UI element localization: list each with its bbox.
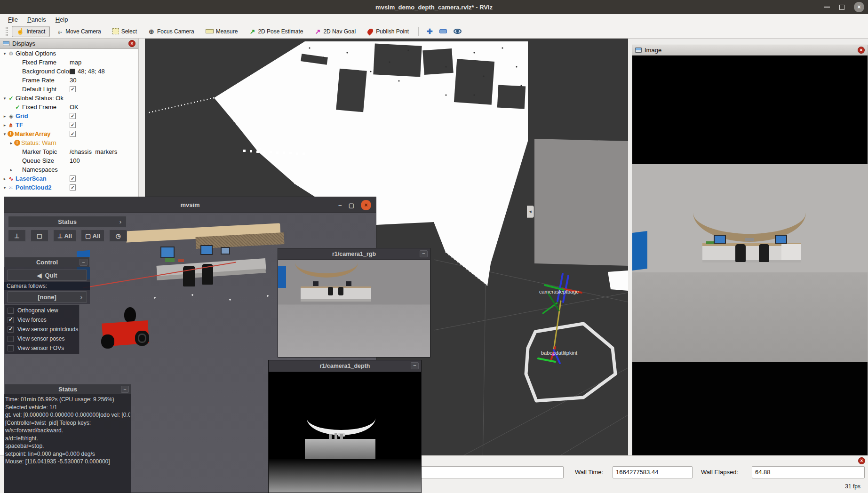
enabled-checkbox[interactable] [70,131,76,137]
display-tree-row[interactable]: ▸ ∿ LaserScan [0,174,138,183]
toolbar-button[interactable]: ↔ Move Camera [52,26,105,37]
display-tree-row[interactable]: Fixed Frame map [0,58,138,67]
view-option-row[interactable]: View sensor pointclouds [5,325,79,334]
rgb-minimize-icon[interactable]: − [420,250,428,257]
image-panel-close-icon[interactable]: × [858,47,865,54]
mvsim-minimize-icon[interactable]: − [338,202,342,209]
camera1-rgb-window[interactable]: r1/camera1_rgb − [278,248,430,358]
enabled-checkbox[interactable] [70,86,76,92]
displays-close-icon[interactable]: × [128,40,135,47]
mvsim-dock-button[interactable]: ▢ All [81,230,104,242]
display-row-value [70,113,78,119]
toolbar-button[interactable]: ⊕ Focus Camera [143,26,199,37]
wall-time-field[interactable]: 1664277583.44 [613,466,693,478]
expander-icon[interactable]: ▸ [8,141,14,145]
display-tree-row[interactable]: Background Color 48; 48; 48 [0,67,138,76]
toolbar-button[interactable]: ☝ Interact [12,26,50,37]
depth-window-titlebar[interactable]: r1/camera1_depth − [269,360,421,372]
camera1-depth-window[interactable]: r1/camera1_depth − [268,360,422,493]
expander-icon[interactable]: ▾ [2,96,8,101]
view-option-row[interactable]: View sensor poses [5,334,79,343]
view-option-checkbox[interactable] [8,345,14,351]
status-panel-header[interactable]: Status − [4,384,131,394]
enabled-checkbox[interactable] [70,184,76,191]
color-swatch[interactable] [70,69,75,74]
toolbar-button[interactable]: Select [108,26,142,37]
expander-icon[interactable]: ▸ [2,176,8,181]
mvsim-dock-button[interactable]: ⊥ [8,230,26,242]
expander-icon[interactable]: ▾ [2,132,8,136]
enabled-checkbox[interactable] [70,122,76,128]
image-panel-title: Image [645,47,661,54]
menu-item[interactable]: Help [51,16,72,24]
display-tree-row[interactable]: ▸ Namespaces [0,165,138,174]
minimize-icon[interactable] [824,7,830,8]
mvsim-status-menu-button[interactable]: Status › [8,216,127,228]
view-option-row[interactable]: Orthogonal view [5,306,79,315]
toolbar-extra-icon[interactable] [439,29,447,33]
view-option-checkbox[interactable] [8,317,14,323]
toolbar-button[interactable]: Measure [201,26,243,37]
toolbar-button[interactable]: ↗ 2D Pose Estimate [244,26,308,37]
menu-item[interactable]: Panels [23,16,50,24]
mvsim-dock-button[interactable]: ▢ [31,230,48,242]
right-splitter[interactable] [628,39,632,465]
display-tree-row[interactable]: ▾ ⁙ PointCloud2 [0,183,138,192]
panel-collapse-tab[interactable]: ◀ [527,206,534,218]
mvsim-close-icon[interactable]: × [361,200,371,210]
enabled-checkbox[interactable] [70,113,76,119]
toolbar-button[interactable]: Publish Point [362,26,414,37]
wall-elapsed-field[interactable]: 64.88 [752,466,865,478]
display-tree-row[interactable]: ▸ ⋔ TF [0,120,138,129]
displays-panel-header[interactable]: Displays × [0,39,138,49]
mvsim-maximize-icon[interactable]: ▢ [349,202,354,209]
toolbar-button[interactable]: ↗ 2D Nav Goal [310,26,360,37]
display-tree-row[interactable]: Queue Size 100 [0,156,138,165]
view-option-row[interactable]: View forces [5,315,79,325]
display-tree-row[interactable]: Marker Topic /chassis_markers [0,147,138,156]
mvsim-dock-button[interactable]: ⊥ All [53,230,76,242]
display-value-text[interactable]: /chassis_markers [70,148,117,155]
camera-follows-dropdown[interactable]: [none] › [7,291,87,303]
display-tree-row[interactable]: ▾ ⚙ Global Options [0,49,138,58]
display-tree-row[interactable]: ▾ ! MarkerArray [0,129,138,138]
mvsim-dock-button[interactable]: ◷ [109,230,127,242]
toolbar-drag-handle[interactable] [6,27,8,36]
menu-item[interactable]: File [4,16,22,24]
enabled-checkbox[interactable] [70,175,76,182]
close-icon[interactable]: × [854,2,864,12]
toolbar-extra-icon[interactable] [454,29,462,34]
expander-icon[interactable]: ▾ [2,185,8,190]
display-value-text[interactable]: 48; 48; 48 [78,68,105,75]
expander-icon[interactable]: ▸ [2,123,8,127]
control-panel-header[interactable]: Control − [4,257,90,267]
status-minimize-icon[interactable]: − [121,386,129,393]
view-option-checkbox[interactable] [8,326,14,333]
expander-icon[interactable]: ▸ [2,114,8,119]
quit-button[interactable]: ◀ Quit [7,270,87,281]
display-value-text[interactable]: OK [70,103,79,111]
display-tree-row[interactable]: ▾ ✓ Global Status: Ok [0,94,138,103]
display-tree-row[interactable]: Default Light [0,85,138,94]
display-tree-row[interactable]: Frame Rate 30 [0,76,138,85]
view-option-checkbox[interactable] [8,308,14,314]
window-titlebar[interactable]: mvsim_demo_depth_camera.rviz* - RViz × [0,0,868,14]
display-tree-row[interactable]: ✓ Fixed Frame OK [0,103,138,111]
view-option-row[interactable]: View sensor FOVs [5,343,79,353]
display-value-text[interactable]: 30 [70,77,76,84]
time-panel-close-icon[interactable]: × [858,457,865,464]
maximize-icon[interactable] [839,5,844,10]
display-value-text[interactable]: 100 [70,157,80,164]
expander-icon[interactable]: ▾ [2,51,8,56]
expander-icon[interactable]: ▸ [8,167,14,172]
mvsim-titlebar[interactable]: mvsim − ▢ × [4,197,376,213]
rgb-window-titlebar[interactable]: r1/camera1_rgb − [278,248,430,260]
display-tree-row[interactable]: ▸ ! Status: Warn [0,138,138,147]
view-option-checkbox[interactable] [8,336,14,342]
display-value-text[interactable]: map [70,59,81,66]
toolbar-extra-icon[interactable]: ✚ [426,28,433,35]
depth-minimize-icon[interactable]: − [411,362,419,369]
control-minimize-icon[interactable]: − [80,259,88,266]
image-panel-header[interactable]: Image × [632,45,868,56]
display-tree-row[interactable]: ▸ ◈ Grid [0,111,138,120]
